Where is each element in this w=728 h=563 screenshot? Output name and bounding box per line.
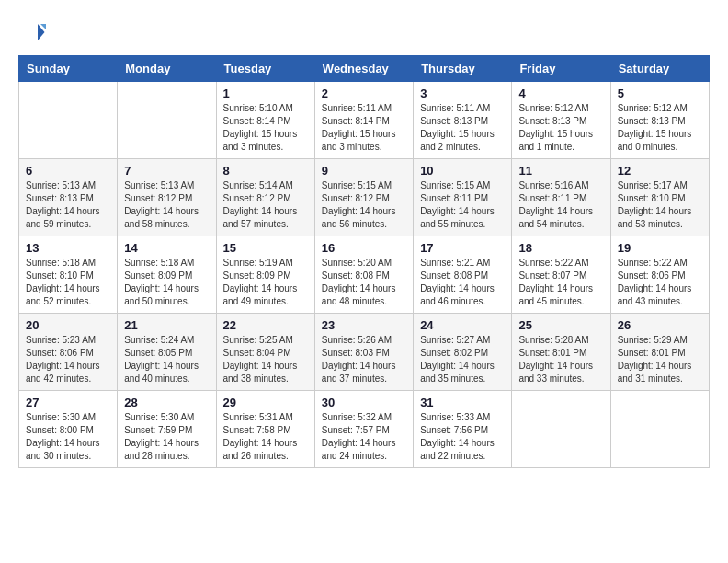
calendar-cell: 26Sunrise: 5:29 AMSunset: 8:01 PMDayligh… [610, 314, 709, 391]
day-number: 16 [322, 241, 406, 255]
calendar-cell [512, 391, 610, 468]
day-number: 14 [124, 241, 209, 255]
day-number: 1 [223, 86, 308, 100]
day-info: Sunrise: 5:12 AMSunset: 8:13 PMDaylight:… [618, 102, 702, 154]
day-number: 27 [26, 396, 110, 409]
day-number: 7 [124, 164, 209, 178]
day-info: Sunrise: 5:12 AMSunset: 8:13 PMDaylight:… [518, 102, 603, 154]
calendar-cell: 30Sunrise: 5:32 AMSunset: 7:57 PMDayligh… [314, 391, 413, 468]
calendar-cell: 19Sunrise: 5:22 AMSunset: 8:06 PMDayligh… [610, 236, 709, 314]
day-number: 23 [322, 318, 406, 332]
day-info: Sunrise: 5:27 AMSunset: 8:02 PMDaylight:… [420, 334, 505, 385]
day-number: 24 [420, 318, 505, 332]
calendar-cell: 20Sunrise: 5:23 AMSunset: 8:06 PMDayligh… [19, 314, 118, 391]
calendar-cell: 8Sunrise: 5:14 AMSunset: 8:12 PMDaylight… [216, 159, 314, 236]
day-info: Sunrise: 5:31 AMSunset: 7:58 PMDaylight:… [223, 411, 308, 463]
calendar-cell: 5Sunrise: 5:12 AMSunset: 8:13 PMDaylight… [610, 82, 709, 159]
day-info: Sunrise: 5:13 AMSunset: 8:13 PMDaylight:… [26, 179, 110, 231]
day-number: 12 [618, 164, 702, 178]
day-info: Sunrise: 5:30 AMSunset: 7:59 PMDaylight:… [124, 411, 209, 463]
day-number: 26 [618, 318, 702, 332]
calendar-week-2: 6Sunrise: 5:13 AMSunset: 8:13 PMDaylight… [19, 159, 710, 236]
calendar-cell: 24Sunrise: 5:27 AMSunset: 8:02 PMDayligh… [414, 314, 512, 391]
calendar-cell: 1Sunrise: 5:10 AMSunset: 8:14 PMDaylight… [216, 82, 314, 159]
calendar-cell: 9Sunrise: 5:15 AMSunset: 8:12 PMDaylight… [314, 159, 413, 236]
calendar-cell: 22Sunrise: 5:25 AMSunset: 8:04 PMDayligh… [216, 314, 314, 391]
day-number: 13 [26, 241, 110, 255]
calendar-cell: 2Sunrise: 5:11 AMSunset: 8:14 PMDaylight… [314, 82, 413, 159]
day-info: Sunrise: 5:26 AMSunset: 8:03 PMDaylight:… [322, 334, 406, 385]
header-monday: Monday [118, 56, 216, 82]
day-info: Sunrise: 5:10 AMSunset: 8:14 PMDaylight:… [223, 102, 308, 154]
header-wednesday: Wednesday [314, 56, 413, 82]
header-saturday: Saturday [610, 56, 709, 82]
day-number: 3 [420, 86, 505, 100]
calendar-cell: 7Sunrise: 5:13 AMSunset: 8:12 PMDaylight… [118, 159, 216, 236]
calendar-week-1: 1Sunrise: 5:10 AMSunset: 8:14 PMDaylight… [19, 82, 710, 159]
day-number: 25 [518, 318, 603, 332]
day-info: Sunrise: 5:21 AMSunset: 8:08 PMDaylight:… [420, 257, 505, 308]
day-info: Sunrise: 5:18 AMSunset: 8:09 PMDaylight:… [124, 257, 209, 308]
day-number: 30 [322, 396, 406, 409]
day-number: 9 [322, 164, 406, 178]
header-tuesday: Tuesday [216, 56, 314, 82]
day-info: Sunrise: 5:22 AMSunset: 8:06 PMDaylight:… [618, 257, 702, 308]
day-number: 4 [518, 86, 603, 100]
day-number: 28 [124, 396, 209, 409]
day-info: Sunrise: 5:20 AMSunset: 8:08 PMDaylight:… [322, 257, 406, 308]
day-info: Sunrise: 5:33 AMSunset: 7:56 PMDaylight:… [420, 411, 505, 463]
calendar-header-row: SundayMondayTuesdayWednesdayThursdayFrid… [19, 56, 710, 82]
header-friday: Friday [512, 56, 610, 82]
calendar-cell: 25Sunrise: 5:28 AMSunset: 8:01 PMDayligh… [512, 314, 610, 391]
calendar-cell: 16Sunrise: 5:20 AMSunset: 8:08 PMDayligh… [314, 236, 413, 314]
day-info: Sunrise: 5:29 AMSunset: 8:01 PMDaylight:… [618, 334, 702, 385]
calendar-cell: 11Sunrise: 5:16 AMSunset: 8:11 PMDayligh… [512, 159, 610, 236]
day-number: 5 [618, 86, 702, 100]
day-number: 22 [223, 318, 308, 332]
calendar-cell: 29Sunrise: 5:31 AMSunset: 7:58 PMDayligh… [216, 391, 314, 468]
calendar-cell: 18Sunrise: 5:22 AMSunset: 8:07 PMDayligh… [512, 236, 610, 314]
calendar-cell: 3Sunrise: 5:11 AMSunset: 8:13 PMDaylight… [414, 82, 512, 159]
day-info: Sunrise: 5:11 AMSunset: 8:13 PMDaylight:… [420, 102, 505, 154]
day-info: Sunrise: 5:28 AMSunset: 8:01 PMDaylight:… [518, 334, 603, 385]
calendar-cell: 10Sunrise: 5:15 AMSunset: 8:11 PMDayligh… [414, 159, 512, 236]
day-number: 19 [618, 241, 702, 255]
day-info: Sunrise: 5:14 AMSunset: 8:12 PMDaylight:… [223, 179, 308, 231]
calendar-cell: 12Sunrise: 5:17 AMSunset: 8:10 PMDayligh… [610, 159, 709, 236]
calendar-cell: 31Sunrise: 5:33 AMSunset: 7:56 PMDayligh… [414, 391, 512, 468]
calendar-cell [610, 391, 709, 468]
day-info: Sunrise: 5:32 AMSunset: 7:57 PMDaylight:… [322, 411, 406, 463]
day-number: 15 [223, 241, 308, 255]
calendar-cell: 27Sunrise: 5:30 AMSunset: 8:00 PMDayligh… [19, 391, 118, 468]
day-info: Sunrise: 5:17 AMSunset: 8:10 PMDaylight:… [618, 179, 702, 231]
day-number: 18 [518, 241, 603, 255]
day-info: Sunrise: 5:19 AMSunset: 8:09 PMDaylight:… [223, 257, 308, 308]
day-number: 10 [420, 164, 505, 178]
calendar-cell: 14Sunrise: 5:18 AMSunset: 8:09 PMDayligh… [118, 236, 216, 314]
day-number: 17 [420, 241, 505, 255]
day-info: Sunrise: 5:23 AMSunset: 8:06 PMDaylight:… [26, 334, 110, 385]
day-number: 31 [420, 396, 505, 409]
calendar-cell: 13Sunrise: 5:18 AMSunset: 8:10 PMDayligh… [19, 236, 118, 314]
page-header [18, 18, 710, 46]
calendar-cell [19, 82, 118, 159]
day-info: Sunrise: 5:13 AMSunset: 8:12 PMDaylight:… [124, 179, 209, 231]
day-number: 29 [223, 396, 308, 409]
day-info: Sunrise: 5:30 AMSunset: 8:00 PMDaylight:… [26, 411, 110, 463]
day-number: 6 [26, 164, 110, 178]
day-number: 8 [223, 164, 308, 178]
calendar: SundayMondayTuesdayWednesdayThursdayFrid… [18, 55, 710, 468]
day-number: 20 [26, 318, 110, 332]
header-thursday: Thursday [414, 56, 512, 82]
day-info: Sunrise: 5:24 AMSunset: 8:05 PMDaylight:… [124, 334, 209, 385]
calendar-cell: 21Sunrise: 5:24 AMSunset: 8:05 PMDayligh… [118, 314, 216, 391]
day-info: Sunrise: 5:22 AMSunset: 8:07 PMDaylight:… [518, 257, 603, 308]
calendar-week-5: 27Sunrise: 5:30 AMSunset: 8:00 PMDayligh… [19, 391, 710, 468]
day-number: 21 [124, 318, 209, 332]
day-info: Sunrise: 5:15 AMSunset: 8:11 PMDaylight:… [420, 179, 505, 231]
header-sunday: Sunday [19, 56, 118, 82]
calendar-cell: 28Sunrise: 5:30 AMSunset: 7:59 PMDayligh… [118, 391, 216, 468]
calendar-week-4: 20Sunrise: 5:23 AMSunset: 8:06 PMDayligh… [19, 314, 710, 391]
day-info: Sunrise: 5:11 AMSunset: 8:14 PMDaylight:… [322, 102, 406, 154]
day-number: 11 [518, 164, 603, 178]
